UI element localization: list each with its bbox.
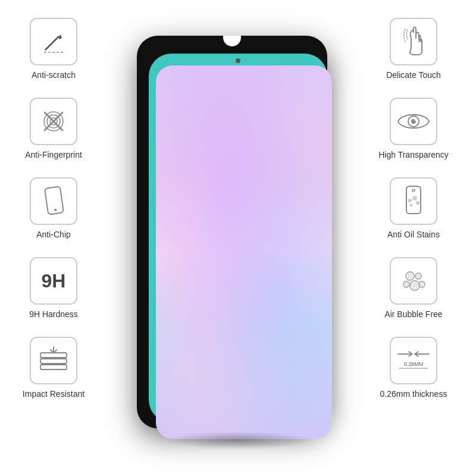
thickness-label: 0.26mm thickness	[380, 389, 447, 399]
svg-rect-10	[45, 186, 64, 214]
svg-point-32	[405, 283, 409, 287]
anti-oil-stains-label: Anti Oil Stains	[387, 230, 440, 239]
svg-point-34	[420, 283, 424, 287]
svg-point-24	[410, 204, 413, 207]
anti-scratch-icon-box	[30, 18, 77, 65]
left-features-column: Anti-scratch Anti-Fingerprint	[6, 18, 101, 399]
svg-point-23	[416, 201, 419, 205]
high-transparency-icon	[396, 108, 431, 135]
feature-anti-scratch: Anti-scratch	[30, 18, 77, 80]
svg-rect-14	[40, 353, 67, 358]
thickness-icon-box: 0.26MM	[390, 337, 437, 384]
feature-air-bubble-free: Air Bubble Free	[384, 257, 442, 319]
svg-rect-12	[40, 365, 67, 369]
impact-resistant-icon-box	[30, 337, 77, 384]
svg-point-11	[54, 209, 57, 212]
anti-fingerprint-icon-box	[30, 98, 77, 145]
feature-9h-hardness: 9H 9H Hardness	[29, 257, 78, 319]
feature-high-transparency: High Transparency	[378, 98, 449, 159]
svg-point-22	[412, 196, 417, 201]
camera-dot	[236, 58, 240, 63]
anti-fingerprint-label: Anti-Fingerprint	[25, 150, 82, 159]
phone-body	[149, 54, 327, 422]
phone-display	[137, 36, 339, 440]
anti-chip-icon	[38, 184, 69, 218]
feature-anti-oil-stains: Anti Oil Stains	[387, 177, 440, 239]
right-features-column: Delicate Touch High Transparency	[357, 18, 470, 399]
anti-chip-label: Anti-Chip	[36, 230, 71, 239]
anti-fingerprint-icon	[36, 104, 71, 139]
feature-anti-chip: Anti-Chip	[30, 177, 77, 239]
impact-resistant-icon	[36, 346, 71, 375]
thickness-icon: 0.26MM	[394, 345, 433, 377]
anti-scratch-icon	[38, 26, 69, 57]
9h-hardness-label: 9H Hardness	[29, 309, 78, 319]
svg-point-18	[414, 118, 416, 121]
9h-hardness-icon-box: 9H	[30, 257, 77, 305]
feature-delicate-touch: Delicate Touch	[386, 18, 441, 80]
high-transparency-label: High Transparency	[378, 150, 449, 159]
svg-marker-1	[58, 35, 62, 39]
anti-chip-icon-box	[30, 177, 77, 225]
svg-point-20	[412, 189, 415, 192]
air-bubble-free-label: Air Bubble Free	[384, 309, 442, 319]
anti-oil-stains-icon-box	[390, 177, 437, 225]
anti-scratch-label: Anti-scratch	[32, 70, 76, 80]
delicate-touch-label: Delicate Touch	[386, 70, 441, 80]
feature-anti-fingerprint: Anti-Fingerprint	[25, 98, 82, 159]
svg-point-30	[407, 273, 413, 279]
air-bubble-free-icon	[396, 264, 431, 298]
screen-gradient	[156, 65, 332, 439]
impact-resistant-label: Impact Resistant	[23, 389, 84, 399]
phone-shadow	[164, 431, 312, 449]
delicate-touch-icon	[397, 25, 430, 58]
anti-oil-stains-icon	[398, 184, 429, 218]
svg-point-33	[411, 282, 418, 289]
delicate-touch-icon-box	[390, 18, 437, 65]
feature-impact-resistant: Impact Resistant	[23, 337, 84, 399]
air-bubble-free-icon-box	[390, 257, 437, 305]
svg-point-21	[408, 199, 412, 202]
feature-thickness: 0.26MM 0.26mm thickness	[380, 337, 447, 399]
svg-rect-13	[40, 359, 67, 364]
9h-text: 9H	[42, 271, 66, 290]
notch-cutout	[223, 36, 241, 46]
svg-point-31	[416, 274, 421, 278]
high-transparency-icon-box	[390, 98, 437, 145]
svg-line-2	[45, 48, 48, 50]
phone-screen	[156, 65, 332, 439]
svg-line-0	[46, 37, 58, 49]
svg-text:0.26MM: 0.26MM	[404, 361, 424, 367]
